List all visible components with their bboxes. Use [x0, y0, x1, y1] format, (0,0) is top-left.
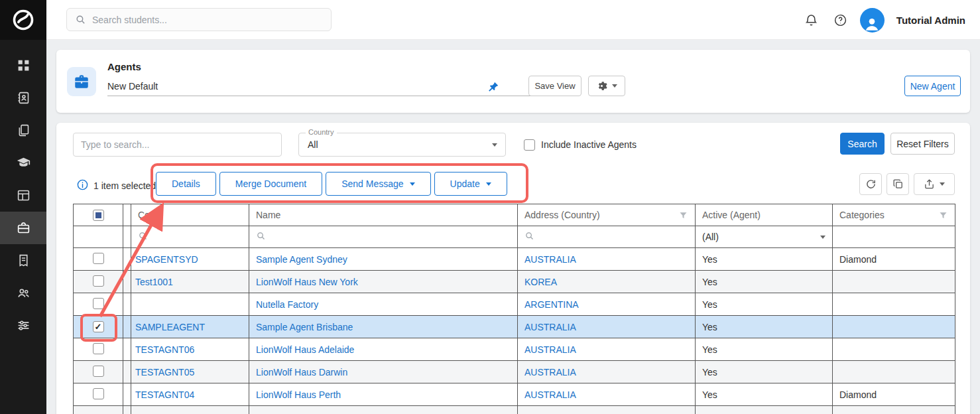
spacer-cell: [123, 271, 131, 293]
name-link[interactable]: LionWolf Haus Darwin: [256, 367, 347, 378]
sidebar-item-documents[interactable]: [0, 114, 46, 147]
reset-filters-button[interactable]: Reset Filters: [890, 133, 955, 155]
sidebar-item-courses[interactable]: [0, 147, 46, 179]
name-link[interactable]: Sample Agent Brisbane: [256, 322, 353, 332]
sidebar-item-users[interactable]: [0, 277, 46, 309]
copy-button[interactable]: [887, 173, 909, 195]
code-link[interactable]: TESTAGNT04: [135, 389, 194, 400]
column-header-1[interactable]: Name: [249, 204, 518, 226]
sidebar-item-contacts[interactable]: [0, 82, 46, 114]
view-select[interactable]: New Default: [107, 76, 535, 96]
spacer-cell: [123, 316, 131, 338]
table-row[interactable]: TESTAGNT05LionWolf Haus DarwinAUSTRALIAY…: [74, 361, 955, 383]
row-checkbox[interactable]: [93, 275, 104, 287]
column-filter-0[interactable]: [131, 226, 249, 248]
select-all-checkbox[interactable]: [93, 210, 104, 221]
active-cell: Yes: [696, 271, 833, 293]
table-row[interactable]: Nutella FactoryARGENTINAYes: [74, 293, 955, 316]
column-header-3[interactable]: Active (Agent): [696, 204, 833, 226]
search-button[interactable]: Search: [840, 133, 885, 155]
country-link[interactable]: AUSTRALIA: [524, 389, 576, 400]
name-link[interactable]: Nutella Factory: [256, 299, 318, 310]
column-header-0[interactable]: Code: [131, 204, 249, 226]
copy-icon: [892, 178, 904, 190]
app-logo[interactable]: [0, 0, 46, 40]
include-inactive-checkbox[interactable]: Include Inactive Agents: [524, 133, 637, 157]
graduation-cap-icon: [17, 156, 31, 170]
search-icon: [524, 231, 534, 241]
global-search-input[interactable]: [92, 15, 323, 25]
column-filter-1[interactable]: [249, 226, 518, 248]
country-link[interactable]: KOREA: [524, 277, 557, 287]
view-settings-button[interactable]: [588, 76, 625, 96]
country-link[interactable]: ARGENTINA: [524, 299, 579, 310]
user-name: Tutorial Admin: [896, 15, 965, 26]
sidebar-item-dashboard[interactable]: [0, 49, 46, 82]
invoice-icon: [17, 253, 31, 267]
table-row[interactable]: SAMPLEAGENTSample Agent BrisbaneAUSTRALI…: [74, 316, 955, 338]
sidebar-item-invoices[interactable]: [0, 244, 46, 277]
country-cell: AUSTRALIA: [518, 361, 696, 383]
categories-cell: [833, 271, 955, 293]
sidebar-item-agents[interactable]: [0, 212, 46, 244]
code-link[interactable]: Test1001: [135, 277, 173, 287]
row-checkbox[interactable]: [93, 366, 104, 377]
table-row[interactable]: TESTAGNT06LionWolf Haus AdelaideAUSTRALI…: [74, 338, 955, 361]
table-filter-row: (All): [74, 226, 955, 248]
table-row[interactable]: SPAGENTSYDSample Agent SydneyAUSTRALIAYe…: [74, 248, 955, 271]
refresh-button[interactable]: [859, 173, 882, 195]
code-link[interactable]: TESTAGNT05: [135, 367, 194, 378]
country-select[interactable]: Country All: [298, 133, 506, 157]
include-inactive-label: Include Inactive Agents: [541, 139, 637, 150]
grid-search-field[interactable]: [73, 133, 282, 157]
grid-search-input[interactable]: [81, 139, 274, 150]
help-button[interactable]: [831, 10, 851, 30]
filter-funnel-icon[interactable]: [678, 210, 688, 220]
name-link[interactable]: LionWolf Haus New York: [256, 277, 358, 287]
column-header-4[interactable]: Categories: [833, 204, 955, 226]
reset-filters-label: Reset Filters: [896, 139, 949, 149]
chevron-down-icon: [492, 143, 497, 147]
new-agent-button[interactable]: New Agent: [904, 76, 961, 96]
sidebar-item-settings[interactable]: [0, 309, 46, 342]
agents-table: CodeNameAddress (Country)Active (Agent)C…: [73, 204, 955, 414]
country-link[interactable]: AUSTRALIA: [524, 254, 576, 265]
name-link[interactable]: LionWolf Haus Adelaide: [256, 344, 354, 355]
country-link[interactable]: AUSTRALIA: [524, 367, 576, 378]
topbar: Tutorial Admin: [46, 0, 980, 40]
code-link[interactable]: SPAGENTSYD: [135, 254, 198, 265]
pin-view-button[interactable]: [484, 78, 501, 96]
sidebar-item-modules[interactable]: [0, 179, 46, 212]
send-message-button[interactable]: Send Message: [326, 172, 430, 196]
row-checkbox[interactable]: [93, 388, 104, 399]
save-view-button[interactable]: Save View: [528, 76, 582, 96]
avatar[interactable]: [860, 8, 885, 33]
column-filter-3[interactable]: (All): [696, 226, 833, 248]
merge-document-button[interactable]: Merge Document: [219, 172, 322, 196]
export-button[interactable]: [914, 173, 955, 195]
row-checkbox[interactable]: [93, 298, 104, 309]
sidebar: [0, 0, 46, 414]
table-row[interactable]: TESTAGNT04LionWolf Haus PerthAUSTRALIAYe…: [74, 383, 955, 406]
name-cell: Sample Agent Brisbane: [249, 316, 518, 338]
row-checkbox[interactable]: [93, 321, 104, 332]
code-link[interactable]: TESTAGNT06: [135, 344, 194, 355]
agents-grid-wrap: CodeNameAddress (Country)Active (Agent)C…: [73, 204, 955, 414]
name-link[interactable]: LionWolf Haus Perth: [256, 389, 341, 400]
country-link[interactable]: AUSTRALIA: [524, 322, 576, 332]
column-filter-2[interactable]: [518, 226, 696, 248]
column-header-2[interactable]: Address (Country): [518, 204, 696, 226]
table-row[interactable]: Test1001LionWolf Haus New YorkKOREAYes: [74, 271, 955, 293]
update-button[interactable]: Update: [434, 172, 507, 196]
checkbox-unchecked[interactable]: [524, 139, 535, 151]
country-link[interactable]: AUSTRALIA: [524, 344, 576, 355]
row-checkbox[interactable]: [93, 253, 104, 264]
code-link[interactable]: SAMPLEAGENT: [135, 322, 205, 332]
name-link[interactable]: Sample Agent Sydney: [256, 254, 347, 265]
notifications-button[interactable]: [802, 10, 822, 30]
details-button[interactable]: Details: [156, 172, 216, 196]
row-checkbox[interactable]: [93, 343, 104, 354]
filter-funnel-icon[interactable]: [938, 210, 948, 220]
global-search[interactable]: [66, 8, 332, 31]
spacer-cell: [123, 338, 131, 361]
